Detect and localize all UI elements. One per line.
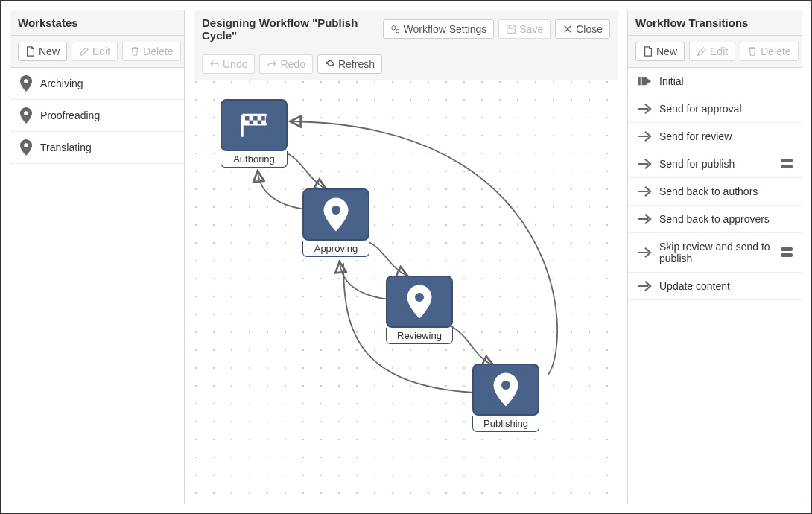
pin-icon — [492, 372, 519, 407]
workstates-toolbar: New Edit Delete — [10, 36, 184, 68]
node-reviewing[interactable]: Reviewing — [382, 276, 457, 344]
flag-icon — [237, 111, 271, 139]
pencil-icon — [697, 46, 707, 57]
initial-arrow-icon — [637, 75, 652, 87]
svg-point-12 — [501, 381, 510, 390]
list-item[interactable]: Send for publish — [628, 150, 802, 178]
workstates-new-button[interactable]: New — [18, 42, 67, 61]
list-item[interactable]: Send for approval — [628, 95, 802, 123]
svg-point-4 — [396, 29, 399, 32]
trash-icon — [130, 46, 140, 57]
designer-title: Designing Workflow "Publish Cycle" — [202, 16, 378, 42]
list-item[interactable]: Skip review and send to publish — [628, 233, 802, 273]
redo-label: Redo — [280, 59, 305, 69]
list-item-label: Send back to authors — [659, 185, 793, 197]
redo-icon — [267, 59, 277, 69]
gears-icon — [390, 24, 401, 34]
designer-panel: Designing Workflow "Publish Cycle" Workf… — [194, 10, 618, 504]
pin-icon — [19, 139, 33, 156]
transitions-title: Workflow Transitions — [628, 10, 802, 36]
list-item[interactable]: Send for review — [628, 123, 802, 150]
refresh-icon — [325, 59, 335, 69]
svg-point-2 — [24, 143, 28, 147]
workflow-settings-button[interactable]: Workflow Settings — [383, 19, 495, 39]
save-button[interactable]: Save — [498, 19, 551, 39]
node-label: Approving — [302, 241, 369, 257]
pages-icon — [781, 247, 793, 258]
list-item[interactable]: Translating — [10, 132, 184, 164]
designer-toolbar: Undo Redo Refresh — [194, 48, 618, 80]
pin-icon — [406, 285, 433, 319]
svg-rect-5 — [245, 116, 250, 121]
save-label: Save — [519, 24, 543, 34]
file-new-icon — [25, 46, 36, 57]
transitions-delete-button[interactable]: Delete — [740, 42, 798, 61]
pencil-icon — [79, 46, 89, 57]
arrow-right-icon — [637, 280, 652, 292]
workstates-edit-button[interactable]: Edit — [72, 42, 118, 61]
node-body — [386, 276, 453, 328]
svg-point-1 — [24, 111, 28, 115]
list-item[interactable]: Initial — [628, 68, 802, 95]
workstates-title: Workstates — [10, 10, 184, 36]
svg-rect-6 — [253, 116, 258, 121]
list-item[interactable]: Send back to authors — [628, 178, 802, 206]
workstates-delete-label: Delete — [143, 46, 173, 57]
undo-button[interactable]: Undo — [202, 54, 255, 74]
list-item-label: Update content — [659, 280, 793, 292]
transitions-delete-label: Delete — [761, 46, 790, 57]
redo-button[interactable]: Redo — [259, 54, 312, 74]
list-item-label: Archiving — [40, 77, 83, 89]
list-item-label: Send for review — [659, 130, 793, 142]
arrow-right-icon — [637, 103, 652, 115]
refresh-button[interactable]: Refresh — [317, 54, 382, 74]
list-item[interactable]: Update content — [628, 273, 802, 300]
svg-point-0 — [24, 79, 28, 83]
list-item-label: Send for publish — [659, 158, 773, 170]
list-item[interactable]: Proofreading — [10, 100, 184, 132]
close-button[interactable]: Close — [555, 19, 610, 39]
save-icon — [506, 24, 516, 34]
transitions-new-button[interactable]: New — [635, 42, 685, 61]
pin-icon — [19, 107, 33, 124]
node-label: Authoring — [221, 151, 288, 168]
node-label: Reviewing — [386, 328, 453, 344]
transitions-toolbar: New Edit Delete — [628, 36, 802, 68]
list-item-label: Skip review and send to publish — [659, 241, 773, 264]
workstates-panel: Workstates New Edit Delete — [10, 10, 185, 504]
designer-canvas[interactable]: Authoring Approving Re — [194, 80, 618, 504]
transitions-panel: Workflow Transitions New Edit Delete — [627, 10, 802, 504]
pin-icon — [19, 75, 33, 92]
transitions-edit-button[interactable]: Edit — [689, 42, 735, 61]
list-item-label: Translating — [40, 142, 92, 153]
svg-point-10 — [332, 206, 340, 215]
node-publishing[interactable]: Publishing — [469, 364, 543, 432]
list-item[interactable]: Archiving — [10, 68, 184, 100]
list-item-label: Proofreading — [40, 110, 100, 121]
file-new-icon — [643, 46, 653, 57]
list-item[interactable]: Send back to approvers — [628, 206, 802, 233]
transitions-list: InitialSend for approvalSend for reviewS… — [628, 68, 802, 504]
list-item-label: Initial — [659, 75, 793, 87]
node-body — [302, 188, 369, 241]
pages-icon — [781, 159, 793, 169]
node-approving[interactable]: Approving — [299, 188, 373, 257]
refresh-label: Refresh — [338, 59, 375, 69]
list-item-label: Send back to approvers — [659, 213, 793, 225]
svg-rect-8 — [250, 121, 254, 124]
workstates-new-label: New — [39, 46, 60, 57]
close-icon — [562, 24, 573, 34]
arrow-right-icon — [637, 213, 652, 225]
workflow-settings-label: Workflow Settings — [404, 24, 487, 34]
arrow-right-icon — [637, 247, 652, 258]
node-authoring[interactable]: Authoring — [217, 99, 291, 168]
transitions-new-label: New — [656, 46, 677, 57]
arrow-right-icon — [637, 185, 652, 197]
undo-label: Undo — [223, 59, 247, 69]
svg-point-3 — [391, 26, 395, 30]
transitions-edit-label: Edit — [710, 46, 728, 57]
node-label: Publishing — [472, 416, 539, 432]
svg-rect-7 — [261, 116, 265, 121]
node-body — [221, 99, 288, 151]
workstates-delete-button[interactable]: Delete — [122, 42, 180, 61]
